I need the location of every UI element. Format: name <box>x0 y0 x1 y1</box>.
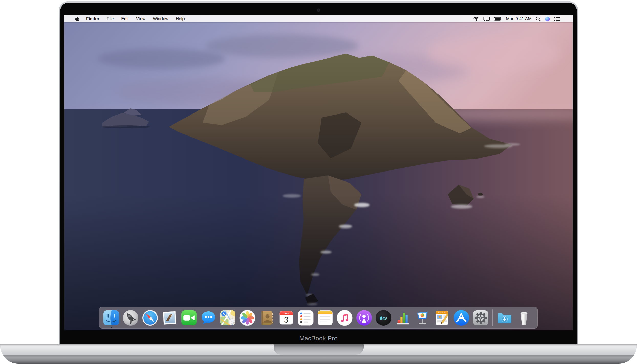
wifi-icon[interactable] <box>473 17 479 21</box>
dock-item-contacts[interactable] <box>258 310 275 326</box>
siri-icon[interactable] <box>545 16 550 22</box>
svg-text:PAGES: PAGES <box>438 312 445 313</box>
menu-finder[interactable]: Finder <box>86 16 99 21</box>
base-front-edge <box>0 355 637 364</box>
bezel-label: MacBook Pro <box>60 335 577 342</box>
safari-icon <box>142 310 158 326</box>
podcasts-icon <box>356 310 372 326</box>
svg-text:3: 3 <box>284 315 288 324</box>
dock-item-facetime[interactable] <box>181 310 197 326</box>
reminders-icon <box>297 310 314 326</box>
dock-item-messages[interactable] <box>200 310 217 326</box>
dock-item-notes[interactable] <box>317 310 333 326</box>
spotlight-icon[interactable] <box>536 16 541 21</box>
menu-clock[interactable]: Mon 9:41 AM <box>506 16 532 21</box>
menu-view[interactable]: View <box>136 16 146 21</box>
running-indicator <box>111 327 112 328</box>
dock-item-numbers[interactable] <box>395 310 411 326</box>
keynote-icon <box>414 310 431 326</box>
trash-icon <box>516 310 532 326</box>
dock-item-launchpad[interactable] <box>122 310 139 326</box>
dock-item-tv[interactable]: tv <box>375 310 392 326</box>
dock-item-finder[interactable] <box>103 310 120 326</box>
facetime-icon <box>181 310 197 326</box>
svg-text:3D: 3D <box>231 320 233 322</box>
numbers-icon <box>395 310 411 326</box>
maps-icon: 3D <box>220 310 236 326</box>
battery-icon[interactable] <box>494 17 502 21</box>
mail-icon <box>161 310 178 326</box>
notes-icon <box>317 310 333 326</box>
dock-item-safari[interactable] <box>142 310 158 326</box>
desktop-screen: Finder File Edit View Window Help Mon 9:… <box>64 15 573 330</box>
menu-bar: Finder File Edit View Window Help Mon 9:… <box>64 15 573 22</box>
system-preferences-icon <box>472 310 489 326</box>
dock-item-pages[interactable]: PAGES <box>434 310 450 326</box>
menu-edit[interactable]: Edit <box>121 16 128 21</box>
downloads-folder-icon <box>496 310 513 326</box>
dock-item-system-preferences[interactable] <box>472 310 489 326</box>
dock-item-keynote[interactable] <box>414 310 431 326</box>
app-store-icon <box>453 310 470 326</box>
macbook-product-image: MacBook Pro <box>0 0 637 364</box>
dock-item-app-store[interactable] <box>453 310 470 326</box>
calendar-icon: JUN 3 <box>278 310 295 326</box>
svg-text:JUN: JUN <box>284 312 289 314</box>
desktop-wallpaper <box>64 15 573 330</box>
notification-center-icon[interactable] <box>554 17 560 21</box>
dock-item-downloads[interactable] <box>496 310 513 326</box>
dock: 3D <box>99 307 538 329</box>
tv-icon: tv <box>375 310 392 326</box>
contacts-icon <box>258 310 275 326</box>
dock-item-music[interactable] <box>336 310 353 326</box>
music-icon <box>336 310 353 326</box>
dock-item-podcasts[interactable] <box>356 310 372 326</box>
facetime-camera <box>317 9 320 12</box>
dock-item-photos[interactable] <box>239 310 256 326</box>
launchpad-icon <box>122 310 139 326</box>
dock-item-reminders[interactable] <box>297 310 314 326</box>
dock-item-mail[interactable] <box>161 310 178 326</box>
pages-icon: PAGES <box>434 310 450 326</box>
menu-file[interactable]: File <box>107 16 114 21</box>
finder-icon <box>103 310 120 326</box>
hinge-notch <box>274 344 364 355</box>
dock-item-calendar[interactable]: JUN 3 <box>278 310 295 326</box>
svg-text:tv: tv <box>383 316 387 321</box>
menu-help[interactable]: Help <box>176 16 185 21</box>
dock-separator <box>492 309 493 326</box>
apple-logo-icon <box>75 17 79 21</box>
menu-window[interactable]: Window <box>153 16 168 21</box>
messages-icon <box>200 310 217 326</box>
dock-item-maps[interactable]: 3D <box>220 310 236 326</box>
photos-icon <box>239 310 256 326</box>
screen-mirroring-icon[interactable] <box>483 17 490 21</box>
apple-menu[interactable] <box>75 17 79 21</box>
dock-item-trash[interactable] <box>516 310 532 326</box>
